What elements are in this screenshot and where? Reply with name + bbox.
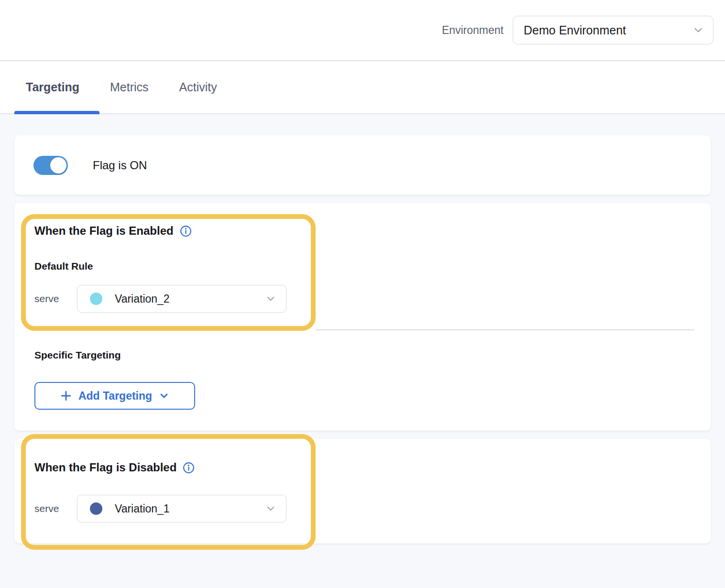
default-rule-serve-row: serve Variation_2 [34, 285, 286, 313]
variation-color-dot [90, 293, 102, 305]
chevron-down-icon [265, 293, 276, 305]
serve-label: serve [34, 293, 77, 305]
tab-bar: Targeting Metrics Activity [0, 61, 725, 114]
feature-flag-page: Environment Demo Environment Targeting M… [0, 0, 725, 588]
page-header: Environment Demo Environment [0, 0, 725, 61]
flag-toggle-knob [50, 157, 66, 174]
default-rule-label: Default Rule [34, 261, 93, 272]
flag-toggle[interactable] [33, 156, 68, 175]
flag-status-card: Flag is ON [14, 135, 711, 195]
flag-enabled-card: When the Flag is Enabled Default Rule se… [14, 203, 711, 431]
specific-targeting-label: Specific Targeting [34, 349, 121, 361]
enabled-section-title: When the Flag is Enabled [34, 224, 174, 238]
plus-icon [60, 390, 72, 402]
add-targeting-label: Add Targeting [78, 390, 152, 403]
flag-disabled-card: When the Flag is Disabled serve Variatio… [14, 439, 711, 544]
variation-select-disabled[interactable]: Variation_1 [77, 495, 286, 523]
info-icon[interactable] [180, 225, 192, 237]
chevron-down-icon [265, 503, 276, 514]
variation-select-enabled[interactable]: Variation_2 [77, 285, 286, 313]
add-targeting-button[interactable]: Add Targeting [34, 382, 195, 410]
disabled-section-title: When the Flag is Disabled [34, 461, 176, 474]
variation-select-value: Variation_1 [115, 502, 265, 515]
variation-color-dot [90, 502, 102, 515]
tab-activity[interactable]: Activity [179, 80, 217, 94]
tab-metrics[interactable]: Metrics [110, 80, 149, 94]
environment-select[interactable]: Demo Environment [513, 16, 714, 44]
flag-status-label: Flag is ON [93, 159, 147, 172]
environment-label: Environment [442, 24, 504, 37]
active-tab-underline [14, 111, 99, 114]
variation-select-value: Variation_2 [115, 293, 265, 305]
chevron-down-icon [158, 390, 170, 402]
section-divider [316, 329, 694, 330]
chevron-down-icon [692, 24, 704, 36]
highlight-ring-disabled [21, 434, 316, 550]
tab-targeting[interactable]: Targeting [26, 80, 79, 94]
disabled-serve-row: serve Variation_1 [34, 495, 286, 523]
info-icon[interactable] [183, 462, 195, 474]
environment-select-value: Demo Environment [524, 23, 692, 37]
serve-label: serve [34, 503, 77, 514]
